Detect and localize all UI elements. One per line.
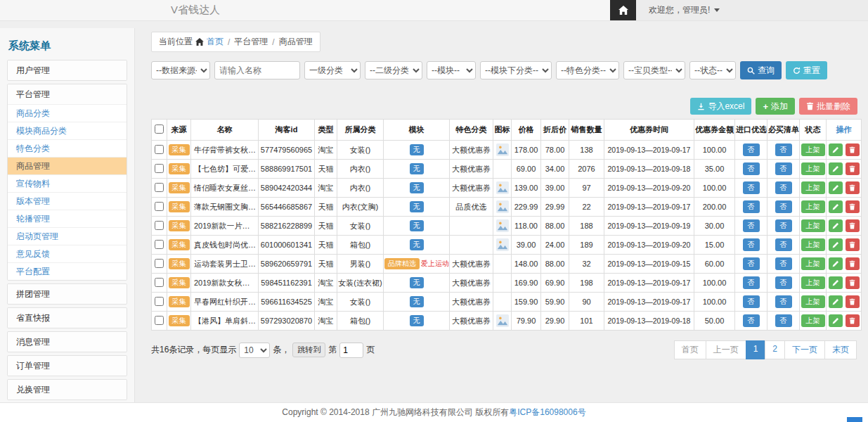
import-select-toggle-button[interactable]: 否 xyxy=(743,219,760,232)
row-checkbox[interactable] xyxy=(155,278,164,287)
page-button[interactable]: 上一页 xyxy=(706,340,746,359)
add-button[interactable]: + 添加 xyxy=(756,98,795,115)
home-button[interactable] xyxy=(610,0,636,20)
item-type-select[interactable]: --宝贝类型-- xyxy=(623,61,685,79)
must-buy-toggle-button[interactable]: 否 xyxy=(775,162,792,175)
edit-button[interactable] xyxy=(829,314,843,327)
status-button[interactable]: 上架 xyxy=(801,257,825,270)
status-button[interactable]: 上架 xyxy=(801,219,825,232)
sidebar-subitem[interactable]: 商品管理 xyxy=(8,157,127,174)
select-all-checkbox[interactable] xyxy=(155,124,164,134)
edit-button[interactable] xyxy=(829,295,843,308)
batch-delete-button[interactable]: 批量删除 xyxy=(799,98,857,115)
sidebar-subitem[interactable]: 商品分类 xyxy=(8,104,127,122)
row-checkbox[interactable] xyxy=(155,164,164,173)
sidebar-subitem[interactable]: 宣传物料 xyxy=(8,174,127,192)
name-search-input[interactable] xyxy=(214,61,300,79)
sidebar-item[interactable]: 订单管理 xyxy=(8,356,127,376)
must-buy-toggle-button[interactable]: 否 xyxy=(775,238,792,251)
delete-button[interactable] xyxy=(846,257,860,270)
jump-button[interactable]: 跳转到 xyxy=(292,343,325,357)
search-button[interactable]: 查询 xyxy=(740,61,782,79)
edit-button[interactable] xyxy=(829,200,843,213)
reset-button[interactable]: 重置 xyxy=(786,61,827,79)
delete-button[interactable] xyxy=(846,295,860,308)
status-button[interactable]: 上架 xyxy=(801,314,825,327)
import-select-toggle-button[interactable]: 否 xyxy=(743,314,760,327)
sidebar-item[interactable]: 拼团管理 xyxy=(8,284,127,304)
sidebar-subitem[interactable]: 特色分类 xyxy=(8,139,127,157)
must-buy-toggle-button[interactable]: 否 xyxy=(775,200,792,213)
sidebar-subitem[interactable]: 模块商品分类 xyxy=(8,122,127,139)
sidebar-item[interactable]: 消息管理 xyxy=(8,332,127,352)
row-checkbox[interactable] xyxy=(155,316,164,325)
sidebar-subitem[interactable]: 平台配置 xyxy=(8,262,127,280)
sidebar-subitem[interactable]: 意见反馈 xyxy=(8,245,127,262)
icp-link[interactable]: 粤ICP备16098006号 xyxy=(509,407,585,418)
sidebar-subitem[interactable]: 轮播管理 xyxy=(8,210,127,227)
delete-button[interactable] xyxy=(846,219,860,232)
delete-button[interactable] xyxy=(846,276,860,289)
page-button[interactable]: 首页 xyxy=(674,340,706,359)
sidebar-subitem[interactable]: 版本管理 xyxy=(8,192,127,210)
delete-button[interactable] xyxy=(846,314,860,327)
user-menu[interactable]: 欢迎您，管理员! xyxy=(636,0,868,20)
sidebar-item[interactable]: 省直快报 xyxy=(8,308,127,328)
category2-select[interactable]: --二级分类-- xyxy=(365,61,422,79)
delete-button[interactable] xyxy=(846,200,860,213)
must-buy-toggle-button[interactable]: 否 xyxy=(775,219,792,232)
edit-button[interactable] xyxy=(829,162,843,175)
status-button[interactable]: 上架 xyxy=(801,162,825,175)
import-select-toggle-button[interactable]: 否 xyxy=(743,200,760,213)
delete-button[interactable] xyxy=(846,143,860,156)
import-excel-button[interactable]: 导入excel xyxy=(690,98,751,115)
edit-button[interactable] xyxy=(829,257,843,270)
row-checkbox[interactable] xyxy=(155,145,164,154)
status-button[interactable]: 上架 xyxy=(801,181,825,194)
sidebar-item[interactable]: 用户管理 xyxy=(8,60,127,80)
must-buy-toggle-button[interactable]: 否 xyxy=(775,295,792,308)
page-button[interactable]: 下一页 xyxy=(784,340,825,359)
import-select-toggle-button[interactable]: 否 xyxy=(743,257,760,270)
must-buy-toggle-button[interactable]: 否 xyxy=(775,276,792,289)
category1-select[interactable]: 一级分类 xyxy=(304,61,361,79)
page-button[interactable]: 2 xyxy=(765,340,785,359)
row-checkbox[interactable] xyxy=(155,297,164,306)
status-button[interactable]: 上架 xyxy=(801,295,825,308)
delete-button[interactable] xyxy=(846,238,860,251)
import-select-toggle-button[interactable]: 否 xyxy=(743,295,760,308)
jump-page-input[interactable] xyxy=(339,343,363,358)
sidebar-item[interactable]: 平台管理 xyxy=(8,84,127,104)
import-select-toggle-button[interactable]: 否 xyxy=(743,162,760,175)
sidebar-subitem[interactable]: 启动页管理 xyxy=(8,227,127,245)
row-checkbox[interactable] xyxy=(155,183,164,192)
must-buy-toggle-button[interactable]: 否 xyxy=(775,314,792,327)
row-checkbox[interactable] xyxy=(155,202,164,211)
status-button[interactable]: 上架 xyxy=(801,238,825,251)
data-source-select[interactable]: --数据来源-- xyxy=(151,61,210,79)
status-button[interactable]: 上架 xyxy=(801,200,825,213)
sidebar-item[interactable]: 兑换管理 xyxy=(8,380,127,399)
page-button[interactable]: 末页 xyxy=(824,340,857,359)
row-checkbox[interactable] xyxy=(155,221,164,230)
page-button[interactable]: 1 xyxy=(746,340,766,359)
import-select-toggle-button[interactable]: 否 xyxy=(743,181,760,194)
page-size-select[interactable]: 10 xyxy=(239,343,270,358)
edit-button[interactable] xyxy=(829,238,843,251)
delete-button[interactable] xyxy=(846,181,860,194)
must-buy-toggle-button[interactable]: 否 xyxy=(775,143,792,156)
row-checkbox[interactable] xyxy=(155,259,164,268)
module-select[interactable]: --模块-- xyxy=(427,61,476,79)
edit-button[interactable] xyxy=(829,143,843,156)
delete-button[interactable] xyxy=(846,162,860,175)
import-select-toggle-button[interactable]: 否 xyxy=(743,276,760,289)
import-select-toggle-button[interactable]: 否 xyxy=(743,238,760,251)
status-button[interactable]: 上架 xyxy=(801,276,825,289)
edit-button[interactable] xyxy=(829,276,843,289)
must-buy-toggle-button[interactable]: 否 xyxy=(775,181,792,194)
module-subcategory-select[interactable]: --模块下分类-- xyxy=(480,61,552,79)
row-checkbox[interactable] xyxy=(155,240,164,249)
breadcrumb-home-link[interactable]: 首页 xyxy=(207,36,224,48)
edit-button[interactable] xyxy=(829,181,843,194)
must-buy-toggle-button[interactable]: 否 xyxy=(775,257,792,270)
